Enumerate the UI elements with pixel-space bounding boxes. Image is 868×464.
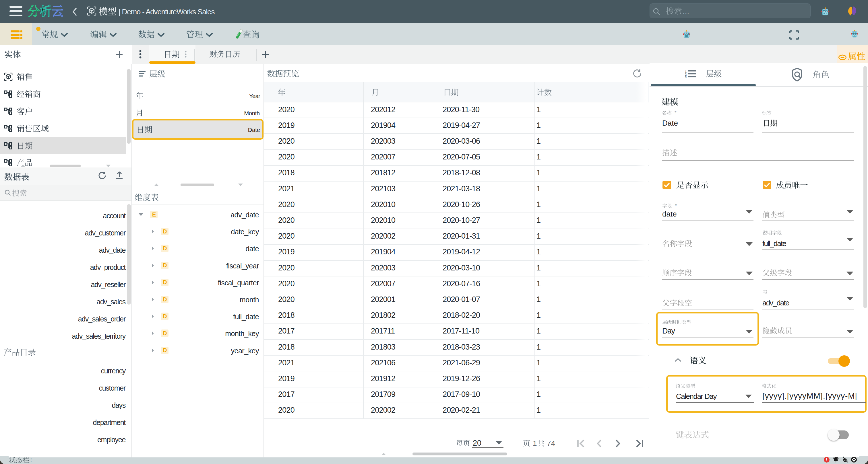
svg-text:3: 3: [685, 76, 687, 78]
